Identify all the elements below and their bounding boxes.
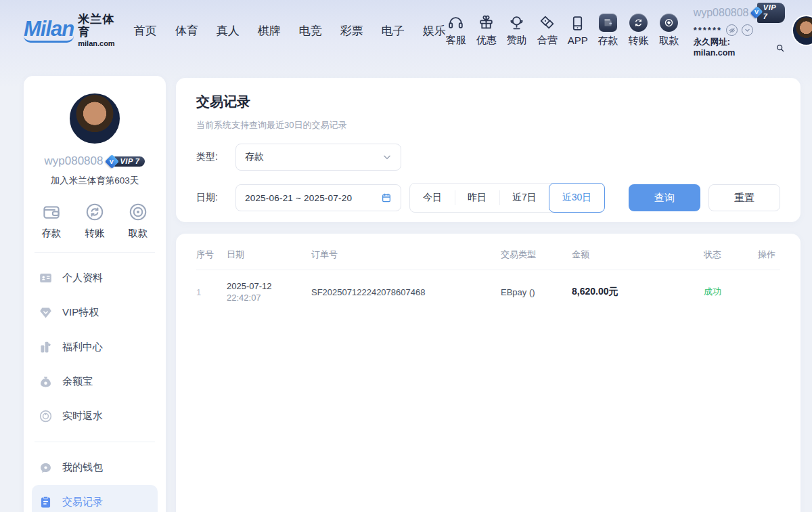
vip-diamond-icon	[39, 305, 53, 320]
headset-icon	[447, 14, 464, 31]
transfer-icon	[629, 14, 648, 32]
username-row[interactable]: wyp080808 V VIP 7	[694, 3, 785, 24]
transactions-table: 序号 日期 订单号 交易类型 金额 状态 操作 1 2025-07-12 22:…	[176, 234, 800, 512]
cell-type: EBpay ()	[501, 287, 572, 297]
sidebar-item-label: 余额宝	[62, 375, 93, 388]
deposit-link[interactable]: 存款	[598, 14, 618, 47]
col-amount: 金额	[572, 249, 704, 261]
logo-domain-text: milan.com	[78, 39, 114, 47]
main-nav: 首页 体育 真人 棋牌 电竞 彩票 电子 娱乐	[134, 23, 446, 39]
nav-item-cards[interactable]: 棋牌	[258, 23, 281, 39]
sidebar-item-label: 实时返水	[62, 410, 103, 423]
table-header-row: 序号 日期 订单号 交易类型 金额 状态 操作	[196, 239, 780, 270]
logo-script-text: Milan	[24, 18, 74, 43]
handshake-icon	[539, 14, 556, 31]
nav-item-live[interactable]: 真人	[217, 23, 240, 39]
affiliate-link[interactable]: 合营	[537, 14, 558, 47]
preset-30days[interactable]: 近30日	[549, 183, 606, 213]
sidebar-item-label: VIP特权	[62, 306, 99, 319]
nav-item-home[interactable]: 首页	[134, 23, 157, 39]
sidebar-quick-actions: 存款 转账 取款	[24, 202, 166, 240]
sidebar-item-vip[interactable]: VIP特权	[32, 295, 158, 330]
withdraw-link[interactable]: 取款	[659, 14, 679, 47]
sidebar-item-label: 个人资料	[62, 272, 103, 284]
nav-item-entertainment[interactable]: 娱乐	[423, 23, 446, 39]
date-filter-row: 日期: 2025-06-21 ~ 2025-07-20 今日 昨日 近7日 近3…	[196, 183, 780, 213]
type-label: 类型:	[196, 151, 235, 163]
app-link[interactable]: APP	[568, 15, 588, 46]
trophy-icon	[508, 14, 525, 31]
permanent-url-row: 永久网址: milan.com	[694, 37, 785, 58]
sidebar-item-label: 交易记录	[62, 496, 103, 509]
chevron-down-icon	[382, 152, 392, 162]
search-button[interactable]: 查询	[629, 184, 700, 211]
sidebar-item-benefits[interactable]: 福利中心	[32, 330, 158, 364]
sidebar-item-transactions[interactable]: 交易记录	[32, 485, 158, 512]
sidebar-vip-badge: V VIP 7	[107, 156, 145, 167]
transfer-circle-icon	[85, 202, 105, 222]
nav-item-slots[interactable]: 电子	[382, 23, 405, 39]
benefits-icon	[39, 340, 53, 354]
username-text: wyp080808	[694, 6, 749, 20]
sidebar-item-profile[interactable]: 个人资料	[32, 261, 158, 295]
eye-off-icon[interactable]	[726, 24, 738, 36]
sidebar-transfer-action[interactable]: 转账	[85, 202, 105, 240]
type-select[interactable]: 存款	[235, 144, 401, 171]
sidebar-username: wyp080808	[45, 154, 104, 168]
wallet2-icon	[39, 461, 53, 475]
transfer-link[interactable]: 转账	[629, 14, 649, 47]
nav-item-sports[interactable]: 体育	[175, 23, 198, 39]
gift-icon	[478, 14, 495, 31]
sidebar-item-rebate[interactable]: 实时返水	[32, 399, 158, 433]
withdraw-target-icon	[128, 202, 148, 222]
wallet-icon	[41, 202, 62, 222]
user-info: wyp080808 V VIP 7 ****** 永久网址: milan.com	[694, 3, 785, 59]
reset-button[interactable]: 重置	[708, 184, 780, 211]
avatar[interactable]	[792, 15, 812, 46]
col-order-no: 订单号	[311, 249, 501, 261]
id-card-icon	[39, 271, 53, 285]
divider	[35, 442, 155, 442]
col-action: 操作	[758, 249, 780, 261]
sidebar-deposit-action[interactable]: 存款	[41, 202, 62, 240]
promo-link[interactable]: 优惠	[476, 14, 497, 47]
profile-sidebar: wyp080808 V VIP 7 加入米兰体育第603天 存款 转账 取款	[24, 76, 166, 512]
site-logo[interactable]: Milan 米兰体育 milan.com	[24, 14, 115, 47]
logo-cn-text: 米兰体育	[78, 14, 114, 39]
cell-index: 1	[196, 287, 227, 297]
nav-item-lottery[interactable]: 彩票	[340, 23, 363, 39]
withdraw-icon	[660, 14, 678, 32]
sidebar-item-wallet[interactable]: 我的钱包	[32, 450, 158, 485]
cell-date: 2025-07-12 22:42:07	[227, 281, 311, 303]
date-range-input[interactable]: 2025-06-21 ~ 2025-07-20	[235, 184, 401, 211]
profile-avatar[interactable]	[68, 92, 121, 145]
sidebar-item-yuebao[interactable]: 余额宝	[32, 364, 158, 399]
divider	[35, 252, 155, 253]
clipboard-icon	[39, 495, 53, 509]
preset-7days[interactable]: 近7日	[499, 184, 549, 212]
service-link[interactable]: 客服	[446, 14, 466, 47]
joined-days-text: 加入米兰体育第603天	[24, 175, 166, 187]
nav-item-esports[interactable]: 电竞	[299, 23, 322, 39]
balance-row: ******	[694, 24, 785, 36]
col-date: 日期	[227, 249, 311, 261]
date-range-presets: 今日 昨日 近7日 近30日	[409, 183, 605, 213]
page-subtitle: 当前系统支持查询最近30日的交易记录	[196, 119, 780, 131]
sidebar-withdraw-action[interactable]: 取款	[128, 202, 148, 240]
magnifier-icon[interactable]	[775, 43, 785, 53]
preset-yesterday[interactable]: 昨日	[455, 184, 499, 212]
preset-today[interactable]: 今日	[410, 184, 455, 212]
col-index: 序号	[196, 249, 227, 261]
type-filter-row: 类型: 存款	[196, 144, 780, 171]
sidebar-item-label: 福利中心	[62, 341, 103, 354]
calendar-icon	[381, 192, 392, 203]
chevron-down-icon[interactable]	[742, 24, 753, 36]
date-label: 日期:	[196, 192, 235, 204]
cell-status: 成功	[704, 286, 758, 298]
topbar: Milan 米兰体育 milan.com 首页 体育 真人 棋牌 电竞 彩票 电…	[0, 0, 812, 61]
cell-order-no: SF202507122242078607468	[311, 287, 501, 297]
masked-balance: ******	[694, 25, 722, 36]
sidebar-item-label: 我的钱包	[62, 461, 103, 474]
sponsor-link[interactable]: 赞助	[507, 14, 527, 47]
type-select-value: 存款	[245, 151, 382, 163]
